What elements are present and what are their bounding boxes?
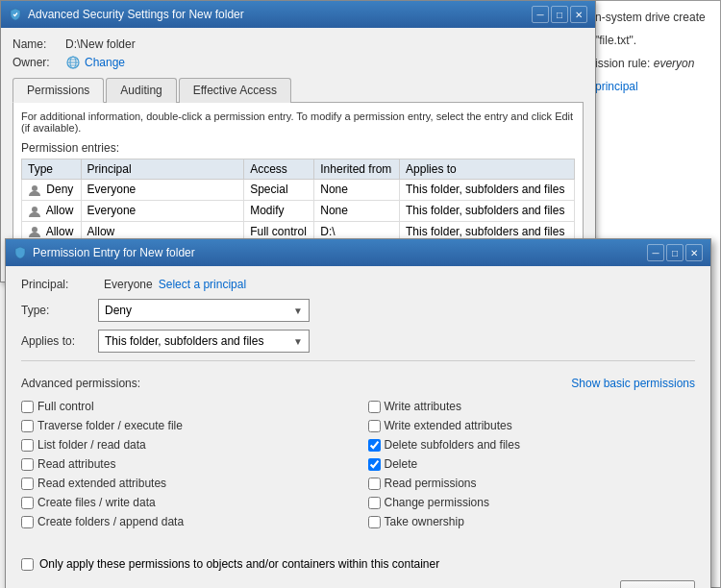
table-row[interactable]: Deny Everyone Special None This folder, … (22, 180, 575, 201)
only-apply-row: Only apply these permissions to objects … (21, 557, 695, 571)
only-apply-checkbox[interactable] (21, 558, 34, 571)
svg-point-6 (32, 207, 37, 212)
cell-type: Deny (22, 180, 82, 201)
minimize-button[interactable]: ─ (532, 6, 549, 23)
col-principal: Principal (81, 159, 244, 180)
checkbox-full-control[interactable]: Full control (21, 398, 349, 415)
checkbox-take-ownership[interactable]: Take ownership (368, 513, 696, 530)
checkbox-create-folders[interactable]: Create folders / append data (21, 513, 349, 530)
show-basic-link[interactable]: Show basic permissions (571, 377, 695, 390)
write-attributes-label[interactable]: Write attributes (385, 400, 461, 413)
applies-to-label: Applies to: (21, 334, 98, 348)
checkbox-create-files[interactable]: Create files / write data (21, 494, 349, 511)
read-extended-checkbox[interactable] (21, 478, 34, 490)
col-applies: Applies to (400, 159, 575, 180)
owner-row: Owner: Change (12, 55, 584, 70)
change-permissions-label[interactable]: Change permissions (385, 496, 489, 509)
tab-permissions[interactable]: Permissions (12, 78, 104, 103)
col-type: Type (22, 159, 82, 180)
write-extended-label[interactable]: Write extended attributes (385, 419, 512, 432)
svg-point-7 (32, 227, 37, 233)
perm-entry-dialog: Permission Entry for New folder ─ □ ✕ Pr… (5, 238, 711, 588)
checkbox-traverse[interactable]: Traverse folder / execute file (21, 417, 349, 434)
clear-all-button[interactable]: Clear all (620, 580, 695, 588)
dialog-title: Permission Entry for New folder (33, 246, 195, 259)
applies-to-value: This folder, subfolders and files (105, 334, 263, 348)
checkbox-write-attributes[interactable]: Write attributes (368, 398, 696, 415)
bg-text-2: "file.txt". (595, 32, 712, 49)
read-permissions-label[interactable]: Read permissions (385, 477, 477, 490)
checkbox-delete[interactable]: Delete (368, 455, 696, 473)
select-principal-link[interactable]: Select a principal (159, 278, 246, 291)
checkbox-list-folder[interactable]: List folder / read data (21, 436, 349, 453)
table-row[interactable]: Allow Everyone Modify None This folder, … (22, 200, 575, 221)
separator (21, 360, 695, 361)
change-link[interactable]: Change (85, 56, 125, 69)
svg-point-5 (32, 185, 37, 191)
advanced-header: Advanced permissions: Show basic permiss… (21, 377, 695, 390)
advanced-permissions-label: Advanced permissions: (21, 377, 140, 390)
checkbox-read-attributes[interactable]: Read attributes (21, 455, 349, 473)
delete-subfolders-label[interactable]: Delete subfolders and files (385, 438, 520, 452)
create-files-label[interactable]: Create files / write data (37, 496, 156, 509)
footer-buttons: Clear all (21, 580, 695, 588)
principal-label: Principal: (21, 278, 98, 291)
dialog-close-button[interactable]: ✕ (685, 244, 703, 261)
traverse-label[interactable]: Traverse folder / execute file (37, 419, 183, 432)
type-row: Type: Deny ▼ (21, 299, 695, 322)
globe-icon (65, 55, 81, 70)
cell-applies: This folder, subfolders and files (400, 200, 575, 221)
cell-inherited: None (314, 180, 400, 201)
list-folder-checkbox[interactable] (21, 439, 34, 452)
create-files-checkbox[interactable] (21, 497, 34, 509)
create-folders-label[interactable]: Create folders / append data (37, 515, 184, 528)
dialog-shield-icon (13, 246, 27, 259)
take-ownership-label[interactable]: Take ownership (385, 515, 464, 528)
read-permissions-checkbox[interactable] (368, 478, 381, 490)
title-bar-controls: ─ □ ✕ (532, 6, 587, 23)
delete-subfolders-checkbox[interactable] (368, 439, 381, 452)
read-extended-label[interactable]: Read extended attributes (37, 477, 166, 490)
cell-inherited: None (314, 200, 400, 221)
cell-type: Allow (22, 200, 82, 221)
full-control-label[interactable]: Full control (37, 400, 94, 413)
write-extended-checkbox[interactable] (368, 420, 381, 432)
applies-to-dropdown[interactable]: This folder, subfolders and files ▼ (98, 330, 310, 353)
user-icon (28, 205, 41, 218)
dialog-maximize-button[interactable]: □ (666, 244, 684, 261)
read-attributes-checkbox[interactable] (21, 458, 34, 471)
type-dropdown[interactable]: Deny ▼ (98, 299, 310, 322)
principal-row: Principal: Everyone Select a principal (21, 278, 695, 291)
checkbox-read-permissions[interactable]: Read permissions (368, 475, 696, 492)
create-folders-checkbox[interactable] (21, 516, 34, 528)
checkbox-write-extended[interactable]: Write extended attributes (368, 417, 696, 434)
bg-text-1: n-system drive create (595, 9, 712, 26)
full-control-checkbox[interactable] (21, 401, 34, 413)
name-value: D:\New folder (65, 37, 136, 51)
read-attributes-label[interactable]: Read attributes (37, 457, 115, 471)
advanced-permissions-section: Advanced permissions: Show basic permiss… (21, 369, 695, 538)
traverse-checkbox[interactable] (21, 420, 34, 432)
list-folder-label[interactable]: List folder / read data (37, 438, 146, 452)
delete-label[interactable]: Delete (385, 457, 418, 471)
perm-entries-label: Permission entries: (21, 141, 575, 155)
checkbox-read-extended[interactable]: Read extended attributes (21, 475, 349, 492)
write-attributes-checkbox[interactable] (368, 401, 381, 413)
checkbox-delete-subfolders[interactable]: Delete subfolders and files (368, 436, 696, 453)
dialog-controls: ─ □ ✕ (647, 244, 703, 261)
owner-label: Owner: (12, 56, 65, 69)
bg-principal-link[interactable]: principal (595, 80, 638, 93)
shield-icon (9, 8, 22, 21)
tab-effective-access[interactable]: Effective Access (179, 78, 291, 103)
cell-applies: This folder, subfolders and files (400, 180, 575, 201)
dialog-minimize-button[interactable]: ─ (647, 244, 664, 261)
close-button[interactable]: ✕ (570, 6, 587, 23)
tab-auditing[interactable]: Auditing (106, 78, 176, 103)
principal-name: Everyone (104, 278, 153, 291)
checkbox-change-permissions[interactable]: Change permissions (368, 494, 696, 511)
delete-checkbox[interactable] (368, 458, 381, 471)
change-permissions-checkbox[interactable] (368, 497, 381, 509)
take-ownership-checkbox[interactable] (368, 516, 381, 528)
only-apply-label[interactable]: Only apply these permissions to objects … (39, 557, 439, 571)
maximize-button[interactable]: □ (551, 6, 568, 23)
